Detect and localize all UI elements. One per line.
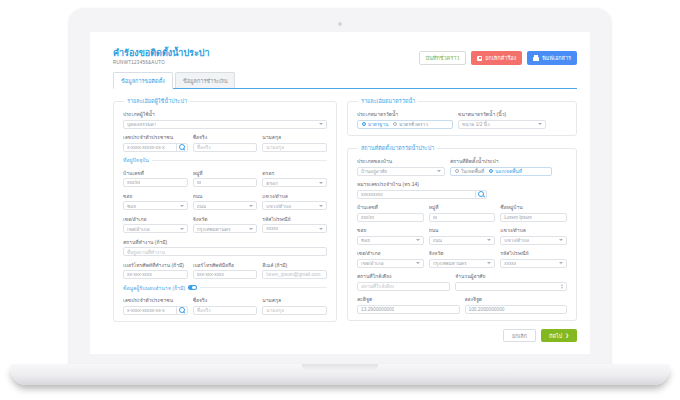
chevron-down-icon: [416, 239, 420, 241]
work-phone-input[interactable]: xx-xxx-xxxx: [123, 270, 188, 279]
chevron-down-icon: [249, 205, 253, 207]
search-button[interactable]: [475, 191, 486, 198]
chevron-down-icon: [437, 170, 441, 172]
proxy-first-name-input[interactable]: ชื่อจริง: [193, 306, 258, 315]
input-value: กรุงเทพมหานคร: [433, 259, 467, 267]
meter-type-option[interactable]: มาตรชั่วคราว: [393, 120, 428, 128]
house-reg-no-input[interactable]: xxxxxxxxx: [357, 190, 487, 199]
number-stepper[interactable]: [561, 284, 563, 289]
subdistrict-field: แขวง/ตำบลแขวง/ตำบล: [262, 192, 327, 211]
first-name-input[interactable]: ชื่อจริง: [193, 143, 258, 152]
alley-input[interactable]: ตรอก: [262, 178, 327, 187]
input-value: ขนาด 1/2 นิ้ว: [462, 120, 490, 128]
citizen-id-input[interactable]: x-xxxx-xxxxx-xx-x: [123, 143, 188, 152]
chevron-down-icon: [319, 123, 323, 125]
house-no-input[interactable]: xxx/xx: [123, 178, 188, 187]
proxy-citizen-id-input[interactable]: x-xxxx-xxxxx-xx-x: [123, 306, 188, 315]
house-type-input[interactable]: บ้านอยู่อาศัย: [357, 167, 445, 176]
nearby-place-input[interactable]: สถานที่ใกล้เคียง: [357, 282, 450, 291]
field-label: สถานที่ใกล้เคียง: [357, 272, 450, 280]
tab-installation-info[interactable]: ข้อมูลการขอติดตั้ง: [113, 72, 173, 89]
district-input[interactable]: เขต/อำเภอ: [123, 224, 188, 233]
alley-field: ตรอกตรอก: [262, 169, 327, 188]
soi-input[interactable]: ซอย: [123, 201, 188, 210]
field-label: ชื่อหมู่บ้าน: [500, 203, 567, 211]
page-header: คำร้องขอติดตั้งน้ำประปา RUNWT123456&AUTO…: [113, 48, 577, 65]
meter-type-option[interactable]: มาตรฐาน: [362, 120, 388, 128]
resident-count-input[interactable]: [455, 282, 567, 291]
field-label: ถนน: [429, 226, 496, 234]
subdistrict-input[interactable]: แขวง/ตำบล: [262, 201, 327, 210]
longitude-input[interactable]: 100.2000000000: [465, 305, 568, 314]
chevron-down-icon: [559, 262, 563, 264]
left-column: รายละเอียดผู้ใช้น้ำประปา ประเภทผู้ใช้น้ำ…: [113, 97, 337, 322]
search-icon: [478, 191, 484, 197]
input-value: xx: [433, 215, 438, 220]
install-house-no-input[interactable]: xxx/xx: [357, 213, 424, 222]
form-row: เขต/อำเภอเขต/อำเภอจังหวัดกรุงเทพมหานครรห…: [357, 249, 567, 268]
install-subdistrict-input[interactable]: แขวง/ตำบล: [500, 236, 567, 245]
soi-field: ซอยซอย: [123, 192, 188, 211]
citizen-id-field: เลขประจำตัวประชาชนx-xxxx-xxxxx-xx-x: [123, 133, 188, 152]
install-area-group: ในเขตพื้นที่นอกเขตพื้นที่: [450, 167, 552, 176]
last-name-field: นามสกุลนามสกุล: [262, 133, 327, 152]
form-row: ละติจูด13.2900000000ลองจิจูด100.20000000…: [357, 295, 567, 314]
mobile-phone-input[interactable]: xxx-xxx-xxxx: [193, 270, 258, 279]
road-input[interactable]: ถนน: [193, 201, 258, 210]
field-label: ซอย: [357, 226, 424, 234]
install-moo-input[interactable]: xx: [429, 213, 496, 222]
cancel-button[interactable]: ยกเลิก: [503, 329, 536, 342]
tab-payment-info[interactable]: ข้อมูลการชำระเงิน: [175, 72, 236, 88]
proxy-last-name-input[interactable]: นามสกุล: [262, 306, 327, 315]
install-area-option[interactable]: นอกเขตพื้นที่: [489, 167, 522, 175]
cancel-request-button[interactable]: ยกเลิกคำร้อง: [471, 51, 522, 65]
user-type-input[interactable]: บุคคลธรรมดา: [123, 120, 327, 129]
user-details-legend: รายละเอียดผู้ใช้น้ำประปา: [124, 97, 190, 105]
install-province-input[interactable]: กรุงเทพมหานคร: [429, 259, 496, 268]
search-button[interactable]: [176, 307, 187, 314]
meter-type-group: มาตรฐานมาตรชั่วคราว: [357, 120, 453, 129]
last-name-input[interactable]: นามสกุล: [262, 143, 327, 152]
search-button[interactable]: [176, 144, 187, 151]
field-label: เลขประจำตัวประชาชน: [123, 133, 188, 141]
district-field: เขต/อำเภอเขต/อำเภอ: [123, 215, 188, 234]
workplace-input[interactable]: ที่อยู่สถานที่ทำงาน: [123, 247, 327, 256]
email-input[interactable]: lorem_ipsum@gmail.com: [262, 270, 327, 279]
latitude-input[interactable]: 13.2900000000: [357, 305, 460, 314]
install-road-field: ถนนถนน: [429, 226, 496, 245]
field-label: รหัสไปรษณีย์: [262, 215, 327, 223]
field-label: จำนวนผู้อาศัย: [455, 272, 567, 280]
meter-size-input[interactable]: ขนาด 1/2 นิ้ว: [458, 120, 546, 129]
chevron-down-icon: [180, 228, 184, 230]
cancel-request-label: ยกเลิกคำร้อง: [485, 54, 516, 62]
workplace-field: สถานที่ทำงาน (ถ้ามี)ที่อยู่สถานที่ทำงาน: [123, 238, 327, 257]
laptop-camera-icon: [338, 22, 342, 26]
search-icon: [179, 144, 185, 150]
install-soi-input[interactable]: ซอย: [357, 236, 424, 245]
field-label: เขต/อำเภอ: [357, 249, 424, 257]
install-road-input[interactable]: ถนน: [429, 236, 496, 245]
village-name-input[interactable]: Lorem Ipsum: [500, 213, 567, 222]
mobile-phone-field: เบอร์โทรศัพท์มือถือxxx-xxx-xxxx: [193, 261, 258, 280]
moo-input[interactable]: xx: [193, 178, 258, 187]
install-postcode-input[interactable]: xxxxx: [500, 259, 567, 268]
user-details-panel: รายละเอียดผู้ใช้น้ำประปา ประเภทผู้ใช้น้ำ…: [113, 97, 337, 322]
laptop-base-notch: [302, 364, 378, 371]
house-type-field: ประเภทของบ้านบ้านอยู่อาศัย: [357, 157, 445, 176]
subsection-title: ข้อมูลผู้รับมอบอำนาจ (ถ้ามี): [123, 284, 185, 292]
input-value: x-xxxx-xxxxx-xx-x: [127, 145, 165, 150]
print-button[interactable]: พิมพ์เอกสาร: [527, 51, 577, 65]
input-value: 100.2000000000: [469, 307, 505, 312]
field-label: ประเภทผู้ใช้น้ำ: [123, 110, 327, 118]
next-button[interactable]: ถัดไป ❯: [541, 329, 577, 342]
authorized-person-toggle[interactable]: [188, 285, 197, 291]
field-label: ถนน: [193, 192, 258, 200]
province-input[interactable]: กรุงเทพมหานคร: [193, 224, 258, 233]
field-label: ละติจูด: [357, 295, 460, 303]
road-field: ถนนถนน: [193, 192, 258, 211]
subsection-divider: ข้อมูลผู้รับมอบอำนาจ (ถ้ามี): [123, 284, 327, 292]
install-area-option[interactable]: ในเขตพื้นที่: [455, 167, 484, 175]
install-district-input[interactable]: เขต/อำเภอ: [357, 259, 424, 268]
postcode-input[interactable]: xxxxx: [262, 224, 327, 233]
save-draft-button[interactable]: บันทึกชั่วคราว: [419, 51, 467, 65]
